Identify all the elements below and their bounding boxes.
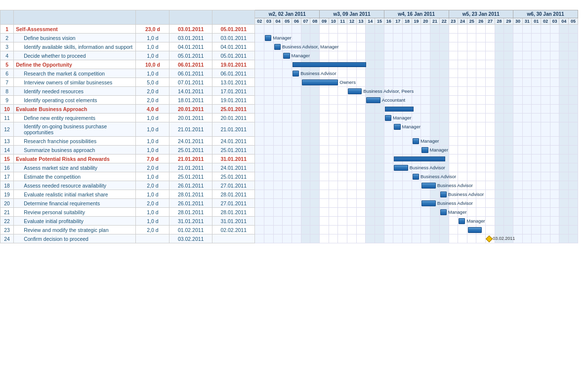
gantt-day-32: [550, 69, 559, 78]
task-duration: 1,0 d: [136, 217, 169, 226]
gantt-day-34: [569, 181, 578, 190]
gantt-day-12: [366, 154, 375, 163]
gantt-day-23: [467, 208, 476, 217]
gantt-day-15: [393, 226, 403, 234]
gantt-day-26: [495, 105, 504, 114]
gantt-day-8: [329, 51, 338, 60]
gantt-day-8: [329, 34, 338, 42]
gantt-day-22: [458, 146, 467, 154]
task-name: Evaluate Potential Risks and Rewards: [14, 154, 136, 163]
gantt-day-5: [301, 163, 310, 172]
gantt-day-15: [393, 154, 403, 163]
task-start: 03.01.2011: [169, 25, 212, 34]
gantt-day-19: [430, 96, 440, 105]
week5-header: w6, 30 Jan 2011: [513, 10, 578, 18]
gantt-day-0: [255, 25, 264, 34]
gantt-day-25: [486, 208, 495, 217]
gantt-day-1: Manager: [264, 34, 274, 42]
gantt-day-23: [467, 172, 476, 181]
gantt-day-12: [366, 181, 375, 190]
gantt-day-31: [541, 146, 550, 154]
gantt-day-27: [504, 96, 513, 105]
gantt-day-16: [403, 34, 412, 42]
gantt-day-18: [421, 114, 430, 122]
gantt-day-32: [550, 105, 559, 114]
gantt-day-34: [569, 25, 578, 34]
task-name: Research franchise possibilities: [14, 137, 136, 146]
gantt-day-14: [384, 78, 393, 87]
gantt-day-3: [283, 69, 292, 78]
gantt-day-3: [283, 114, 292, 122]
gantt-day-24: [476, 69, 486, 78]
gantt-day-20: [439, 25, 449, 34]
gantt-day-34: [569, 199, 578, 208]
task-num: 8: [0, 87, 14, 96]
gantt-day-31: [541, 69, 550, 78]
gantt-day-12: [366, 69, 375, 78]
gantt-day-22: [458, 172, 467, 181]
task-duration: 1,0 d: [136, 114, 169, 122]
gantt-day-8: [329, 199, 338, 208]
gantt-day-6: [310, 217, 320, 226]
gantt-day-11: [356, 226, 366, 234]
gantt-day-13: [375, 217, 384, 226]
gantt-day-6: [310, 87, 320, 96]
gantt-day-15: [393, 51, 403, 60]
gantt-day-33: [559, 163, 569, 172]
gantt-day-9: [338, 146, 347, 154]
gantt-day-9: [338, 137, 347, 146]
task-duration: 2,0 d: [136, 87, 169, 96]
gantt-day-1: [264, 163, 274, 172]
gantt-day-29: [522, 42, 532, 51]
gantt-day-9: [338, 51, 347, 60]
gantt-day-4: [292, 199, 301, 208]
bar-label: Business Advisor, Manager: [282, 44, 339, 49]
task-name: Identify operating cost elements: [14, 96, 136, 105]
gantt-day-0: [255, 122, 264, 137]
task-finish: 04.01.2011: [212, 42, 255, 51]
gantt-day-1: [264, 190, 274, 199]
task-start: 05.01.2011: [169, 51, 212, 60]
gantt-day-3: [283, 96, 292, 105]
gantt-day-26: [495, 154, 504, 163]
gantt-day-4: [292, 25, 301, 34]
gantt-day-13: [375, 163, 384, 172]
gantt-day-13: [375, 199, 384, 208]
gantt-day-14: [384, 208, 393, 217]
day-header-34: 05: [569, 18, 578, 25]
gantt-day-9: [338, 163, 347, 172]
day-header-8: 10: [329, 18, 338, 25]
gantt-day-1: [264, 60, 274, 69]
gantt-day-7: [320, 172, 329, 181]
gantt-day-33: [559, 87, 569, 96]
gantt-day-9: [338, 34, 347, 42]
task-num: 24: [0, 234, 14, 243]
gantt-day-25: [486, 217, 495, 226]
gantt-day-33: [559, 190, 569, 199]
gantt-day-6: [310, 137, 320, 146]
gantt-day-31: [541, 234, 550, 243]
gantt-day-14: [384, 190, 393, 199]
gantt-day-25: [486, 105, 495, 114]
gantt-day-32: [550, 154, 559, 163]
gantt-day-11: [356, 234, 366, 243]
gantt-day-13: [375, 208, 384, 217]
gantt-day-31: [541, 51, 550, 60]
gantt-day-34: [569, 122, 578, 137]
gantt-day-25: [486, 78, 495, 87]
task-start: 25.01.2011: [169, 146, 212, 154]
gantt-day-28: [513, 96, 523, 105]
gantt-day-0: [255, 172, 264, 181]
task-finish: 28.01.2011: [212, 190, 255, 199]
gantt-day-2: [273, 154, 283, 163]
day-header-18: 20: [421, 18, 430, 25]
gantt-day-12: [366, 172, 375, 181]
bar-label: Manager: [402, 124, 421, 129]
table-row: 19Evaluate realistic initial market shar…: [0, 190, 578, 199]
day-header-26: 28: [495, 18, 504, 25]
gantt-day-17: [412, 181, 421, 190]
gantt-day-29: [522, 217, 532, 226]
gantt-day-27: [504, 154, 513, 163]
gantt-day-32: [550, 51, 559, 60]
gantt-day-3: [283, 234, 292, 243]
